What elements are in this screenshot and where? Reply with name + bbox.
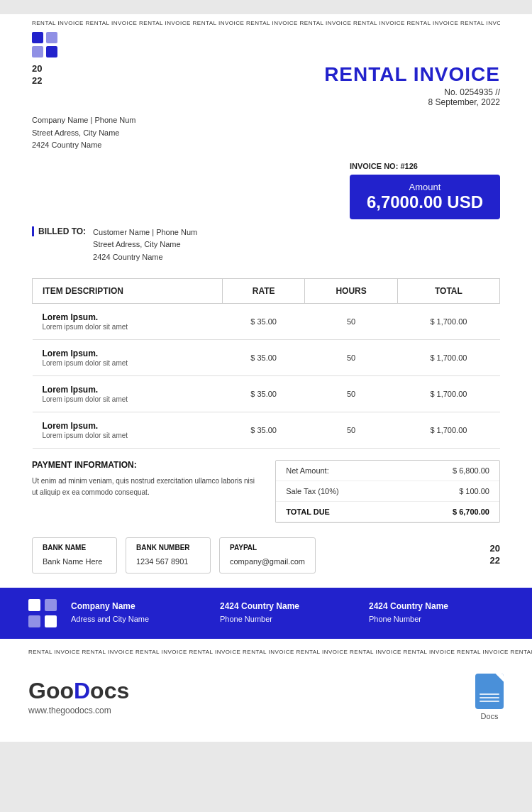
- payment-info-label: PAYMENT INFORMATION:: [32, 460, 257, 470]
- table-header-row: ITEM DESCRIPTION RATE HOURS TOTAL: [33, 278, 500, 303]
- item-description-2: Lorem Ipsum. Lorem ipsum dolor sit amet: [33, 375, 223, 412]
- invoice-title: RENTAL INVOICE: [324, 63, 500, 86]
- year-right-line2: 22: [490, 555, 500, 567]
- invoice-no-heading-label: INVOICE NO:: [350, 162, 398, 170]
- item-description-1: Lorem Ipsum. Lorem ipsum dolor sit amet: [33, 339, 223, 375]
- bottom-bar: RENTAL INVOICE RENTAL INVOICE RENTAL INV…: [0, 644, 532, 659]
- billed-row: BILLED TO: Customer Name | Phone Num Str…: [32, 226, 500, 264]
- col-hours: HOURS: [305, 278, 397, 303]
- net-value: $ 6,800.00: [453, 466, 489, 475]
- item-title-0: Lorem Ipsum.: [43, 312, 213, 322]
- svg-rect-6: [28, 615, 40, 627]
- year-right: 20 22: [490, 543, 500, 567]
- payment-info-text: Ut enim ad minim veniam, quis nostrud ex…: [32, 476, 257, 498]
- year-right-line1: 20: [490, 543, 500, 555]
- goodocs-ocs: ocs: [90, 678, 129, 703]
- docs-label: Docs: [480, 712, 498, 720]
- item-total-2: $ 1,700.00: [397, 375, 499, 412]
- invoice-number: No. 0254935 // 8 September, 2022: [324, 87, 500, 107]
- item-title-1: Lorem Ipsum.: [43, 349, 213, 358]
- item-title-3: Lorem Ipsum.: [43, 421, 213, 431]
- docs-icon-img: [475, 674, 504, 709]
- customer-line2: Street Adress, City Name: [93, 238, 197, 251]
- company-line1: Company Name | Phone Num: [32, 114, 500, 127]
- svg-rect-4: [28, 599, 40, 611]
- totals-box: Net Amount: $ 6,800.00 Sale Tax (10%) $ …: [275, 460, 500, 523]
- table-row: Lorem Ipsum. Lorem ipsum dolor sit amet …: [33, 303, 500, 339]
- item-sub-3: Lorem ipsum dolor sit amet: [43, 432, 128, 439]
- page-wrapper: RENTAL INVOICE RENTAL INVOICE RENTAL INV…: [0, 14, 532, 742]
- item-rate-3: $ 35.00: [222, 412, 305, 448]
- year-block: 20 22: [32, 63, 42, 87]
- billed-to-label: BILLED TO:: [32, 226, 86, 236]
- branding-footer: GooDocs www.thegoodocs.com Docs: [0, 659, 532, 742]
- bank-name-label: BANK NAME: [43, 544, 106, 552]
- payment-info: PAYMENT INFORMATION: Ut enim ad minim ve…: [32, 460, 257, 498]
- invoice-no-value: 0254935: [460, 87, 493, 97]
- goodocs-d: D: [74, 678, 90, 703]
- year-line2: 22: [32, 75, 42, 87]
- bank-name-box: BANK NAME Bank Name Here: [32, 537, 117, 574]
- invoice-no-block: INVOICE NO: #126: [350, 162, 500, 170]
- due-label: TOTAL DUE: [286, 508, 330, 516]
- bank-number-box: BANK NUMBER 1234 567 8901: [126, 537, 211, 574]
- footer-bar: Company Name Adress and City Name 2424 C…: [0, 588, 532, 639]
- item-rate-0: $ 35.00: [222, 303, 305, 339]
- goodocs-url: www.thegoodocs.com: [28, 706, 129, 715]
- invoice-header-block: INVOICE NO: #126 Amount 6,7000.00 USD: [350, 162, 500, 219]
- bank-name-value: Bank Name Here: [43, 557, 102, 566]
- item-hours-2: 50: [305, 375, 397, 412]
- due-value: $ 6,700.00: [453, 508, 489, 516]
- doc-line-1: [480, 693, 499, 695]
- doc-line-2: [480, 697, 499, 698]
- bank-number-label: BANK NUMBER: [136, 544, 200, 552]
- tax-value: $ 100.00: [459, 487, 489, 495]
- invoice-no-label: No.: [444, 87, 458, 97]
- doc-line-3: [480, 701, 499, 702]
- paypal-label: PAYPAL: [230, 544, 305, 552]
- title-row: 20 22 RENTAL INVOICE No. 0254935 // 8 Se…: [32, 63, 500, 107]
- item-description-0: Lorem Ipsum. Lorem ipsum dolor sit amet: [33, 303, 223, 339]
- svg-rect-5: [45, 599, 57, 611]
- amount-box: Amount 6,7000.00 USD: [350, 175, 500, 219]
- paypal-value: company@gmail.com: [230, 557, 305, 566]
- amount-value: 6,7000.00 USD: [367, 192, 483, 212]
- bank-row: BANK NAME Bank Name Here BANK NUMBER 123…: [32, 537, 500, 574]
- table-row: Lorem Ipsum. Lorem ipsum dolor sit amet …: [33, 375, 500, 412]
- footer-col-1: Company Name Adress and City Name: [71, 600, 206, 626]
- item-sub-2: Lorem ipsum dolor sit amet: [43, 395, 128, 403]
- paypal-box: PAYPAL company@gmail.com: [219, 537, 316, 574]
- footer-col3-sub: Phone Number: [369, 613, 504, 626]
- net-amount-row: Net Amount: $ 6,800.00: [276, 461, 499, 481]
- footer-col-2: 2424 Country Name Phone Number: [220, 600, 355, 626]
- footer-col1-sub: Adress and City Name: [71, 613, 206, 626]
- billed-to: BILLED TO: Customer Name | Phone Num Str…: [32, 226, 197, 264]
- item-total-0: $ 1,700.00: [397, 303, 499, 339]
- logo-row: [32, 32, 500, 57]
- item-title-2: Lorem Ipsum.: [43, 385, 213, 395]
- company-line2: Street Adress, City Name: [32, 127, 500, 140]
- net-label: Net Amount:: [286, 466, 329, 475]
- svg-rect-2: [32, 46, 43, 57]
- item-rate-1: $ 35.00: [222, 339, 305, 375]
- invoice-container: RENTAL INVOICE RENTAL INVOICE RENTAL INV…: [32, 14, 500, 588]
- item-hours-3: 50: [305, 412, 397, 448]
- col-rate: RATE: [222, 278, 305, 303]
- goodocs-name: GooDocs: [28, 678, 129, 704]
- tax-label: Sale Tax (10%): [286, 487, 338, 495]
- footer-col2-name: 2424 Country Name: [220, 600, 355, 613]
- table-row: Lorem Ipsum. Lorem ipsum dolor sit amet …: [33, 412, 500, 448]
- item-rate-2: $ 35.00: [222, 375, 305, 412]
- company-logo-icon: [32, 32, 57, 57]
- company-line3: 2424 Country Name: [32, 139, 500, 152]
- table-row: Lorem Ipsum. Lorem ipsum dolor sit amet …: [33, 339, 500, 375]
- footer-col-3: 2424 Country Name Phone Number: [369, 600, 504, 626]
- top-bar: RENTAL INVOICE RENTAL INVOICE RENTAL INV…: [32, 14, 500, 29]
- item-hours-1: 50: [305, 339, 397, 375]
- tax-row: Sale Tax (10%) $ 100.00: [276, 481, 499, 502]
- goodocs-goo: Goo: [28, 678, 74, 703]
- col-description: ITEM DESCRIPTION: [33, 278, 223, 303]
- doc-lines: [480, 693, 499, 702]
- invoice-no-heading-value: #126: [400, 162, 417, 170]
- footer-col1-name: Company Name: [71, 600, 206, 613]
